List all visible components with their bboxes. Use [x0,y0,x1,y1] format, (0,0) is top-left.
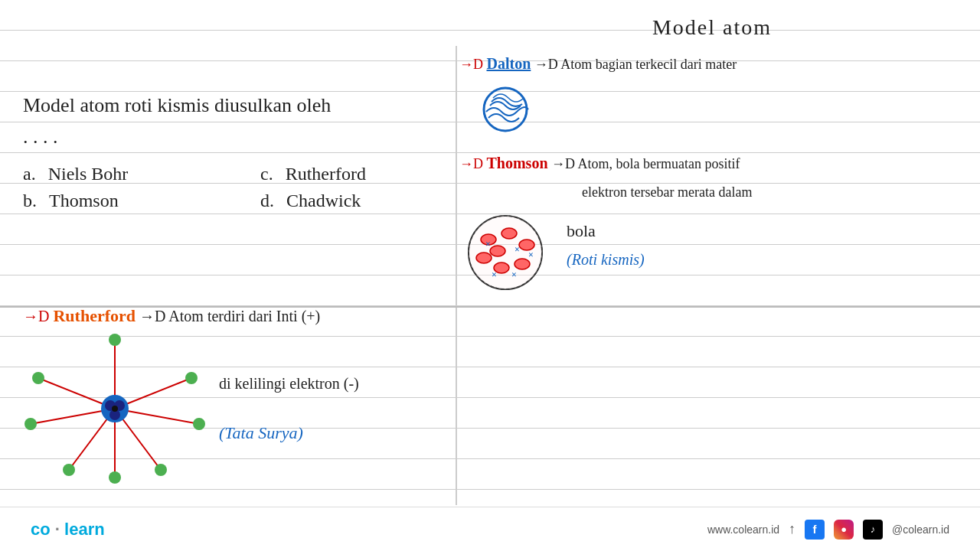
svg-point-24 [185,372,198,384]
question-section: Model atom roti kismis diusulkan oleh . … [23,92,452,211]
instagram-icon: ● [834,520,854,540]
option-b: b. Thomson [23,191,214,211]
rutherford-desc2: di kelilingi elektron (-) [219,375,359,393]
svg-point-25 [63,464,75,476]
thomson-label: (Roti kismis) [567,251,645,269]
notes-section: Model atom →D Dalton →D Atom bagian terk… [459,15,965,295]
svg-point-27 [24,418,37,430]
svg-point-26 [155,464,167,476]
option-d: d. Chadwick [260,191,452,211]
option-b-letter: b. [23,191,37,211]
thomson-bola: bola [567,218,645,243]
footer-website: www.colearn.id [707,523,779,536]
facebook-icon: f [805,520,825,540]
thomson-name: Thomson [487,155,548,171]
svg-text:×: × [492,269,497,280]
svg-point-9 [490,246,505,256]
footer-logo: co · learn [31,520,105,540]
dalton-name: Dalton [487,55,531,72]
dalton-row: →D Dalton →D Atom bagian terkecil dari m… [459,52,965,75]
footer-logo-co: co [31,520,51,539]
thomson-prefix: →D [459,156,487,171]
svg-text:×: × [528,249,534,260]
svg-point-4 [501,228,517,239]
svg-text:×: × [511,269,517,280]
rutherford-prefix: →D [23,308,53,324]
options-grid: a. Niels Bohr c. Rutherford b. Thomson d… [23,164,452,211]
svg-point-29 [109,334,121,346]
rutherford-desc1: Atom terdiri dari Inti (+) [168,308,320,324]
rutherford-section: →D Rutherford →D Atom terdiri dari Inti … [23,306,528,485]
dalton-description: Atom bagian terkecil dari mater [560,57,737,72]
dalton-prefix: →D [459,57,487,72]
footer: co · learn www.colearn.id ↑ f ● ♪ @colea… [0,507,980,551]
rutherford-label: (Tata Surya) [219,423,359,443]
option-c-letter: c. [260,164,273,184]
svg-point-28 [193,418,205,430]
rutherford-name: Rutherford [53,306,136,325]
thomson-row2: elektron tersebar merata dalam [459,182,965,203]
option-c: c. Rutherford [260,164,452,184]
rutherford-atom-svg [23,332,207,485]
option-d-text: Chadwick [286,191,361,211]
svg-point-30 [109,471,121,484]
dalton-atom-svg [475,83,536,136]
option-a-text: Niels Bohr [48,164,129,184]
thomson-row: →D Thomson →D Atom, bola bermuatan posit… [459,152,965,174]
svg-point-5 [519,240,534,250]
footer-right: www.colearn.id ↑ f ● ♪ @colearn.id [707,520,949,540]
option-b-text: Thomson [49,191,119,211]
question-text: Model atom roti kismis diusulkan oleh [23,92,452,119]
svg-point-6 [514,259,530,269]
option-a-letter: a. [23,164,36,184]
option-a: a. Niels Bohr [23,164,214,184]
footer-logo-dot: · [55,520,60,539]
question-dots: . . . . [23,126,452,148]
thomson-description: Atom, bola bermuatan positif [578,156,740,171]
thomson-desc2: elektron tersebar merata dalam [582,184,752,200]
dalton-arrow: →D [531,57,560,72]
tiktok-icon: ♪ [863,520,883,540]
svg-point-8 [476,253,492,263]
main-content: Model atom roti kismis diusulkan oleh . … [0,0,980,551]
footer-logo-learn: learn [64,520,105,539]
svg-point-36 [112,406,118,412]
svg-text:×: × [514,244,520,255]
footer-social: @colearn.id [892,523,949,536]
svg-text:×: × [485,239,491,249]
notes-title: Model atom [459,15,965,40]
cursor-icon: ↑ [789,521,795,537]
thomson-atom-svg: × × × × × [459,210,551,295]
option-d-letter: d. [260,191,274,211]
option-c-text: Rutherford [286,164,366,184]
